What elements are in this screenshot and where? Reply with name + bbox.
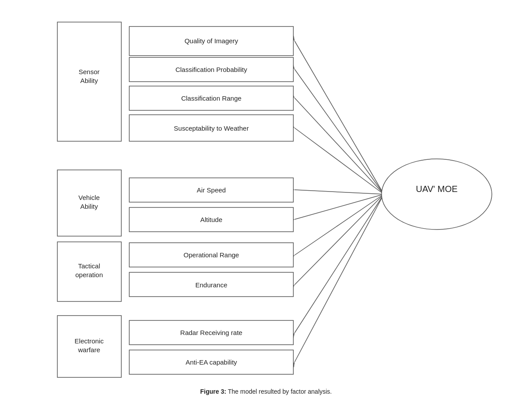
diagram-container: UAV' MOE Sensor Ability Quality of Image… bbox=[0, 0, 532, 397]
item-label-quality-imagery: Quality of Imagery bbox=[184, 37, 238, 45]
svg-line-2 bbox=[295, 41, 384, 194]
svg-text:Ability: Ability bbox=[80, 77, 98, 84]
svg-line-3 bbox=[295, 69, 384, 194]
svg-text:Ability: Ability bbox=[80, 203, 98, 210]
svg-line-9 bbox=[295, 194, 384, 285]
item-label-susceptability-weather: Susceptability to Weather bbox=[174, 124, 249, 132]
svg-text:Tactical: Tactical bbox=[78, 262, 100, 270]
svg-line-5 bbox=[295, 128, 384, 194]
uav-moe-label: UAV' MOE bbox=[416, 184, 458, 194]
figure-caption-text: The model resulted by factor analysis. bbox=[226, 388, 332, 395]
figure-caption: Figure 3: The model resulted by factor a… bbox=[0, 388, 532, 395]
item-label-classification-probability: Classification Probability bbox=[176, 66, 247, 73]
svg-line-4 bbox=[295, 98, 384, 194]
item-label-endurance: Endurance bbox=[195, 281, 228, 289]
uav-moe-ellipse bbox=[382, 159, 492, 230]
item-label-radar-receiving-rate: Radar Receiving rate bbox=[180, 329, 243, 336]
item-label-altitude: Altitude bbox=[200, 216, 222, 223]
svg-text:Vehicle: Vehicle bbox=[79, 194, 100, 201]
figure-label: Figure 3: bbox=[200, 388, 226, 395]
svg-line-6 bbox=[295, 190, 384, 194]
svg-text:Electronic: Electronic bbox=[75, 337, 104, 345]
svg-line-10 bbox=[295, 194, 384, 333]
item-label-operational-range: Operational Range bbox=[184, 251, 239, 259]
svg-text:warfare: warfare bbox=[78, 346, 100, 354]
item-label-anti-ea-capability: Anti-EA capability bbox=[186, 358, 237, 366]
svg-text:Sensor: Sensor bbox=[79, 68, 100, 75]
svg-text:operation: operation bbox=[75, 271, 103, 279]
svg-line-11 bbox=[295, 194, 384, 362]
svg-line-8 bbox=[295, 194, 384, 255]
item-label-air-speed: Air Speed bbox=[197, 186, 226, 194]
item-label-classification-range: Classification Range bbox=[181, 94, 242, 102]
